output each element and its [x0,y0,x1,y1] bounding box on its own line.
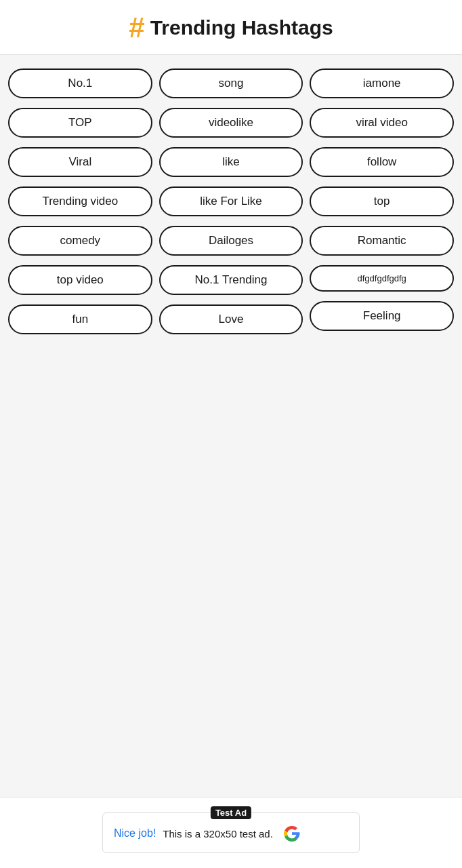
ad-banner-inner: Test Ad Nice job! This is a 320x50 test … [102,812,360,853]
tag-iamone[interactable]: iamone [310,68,454,98]
tag-viral-video[interactable]: viral video [310,108,454,138]
hash-icon: # [129,14,144,42]
page-title: Trending Hashtags [150,16,333,39]
tag-song[interactable]: song [159,68,303,98]
tag-like-for-like[interactable]: like For Like [159,186,303,216]
tag-love[interactable]: Love [159,304,303,334]
tag-fun[interactable]: fun [8,304,152,334]
tags-column-3: iamone viral video follow top Romantic d… [310,68,454,331]
tag-top2[interactable]: top [310,186,454,216]
tag-comedy[interactable]: comedy [8,226,152,256]
tag-viral[interactable]: Viral [8,147,152,177]
ad-badge: Test Ad [211,806,251,819]
tag-trending-video[interactable]: Trending video [8,186,152,216]
tags-content: No.1 TOP Viral Trending video comedy top… [0,55,462,797]
tag-dfgdfg[interactable]: dfgdfgdfgdfg [310,265,454,292]
ad-text: This is a 320x50 test ad. [163,828,273,840]
page-header: # Trending Hashtags [0,0,462,55]
tag-follow[interactable]: follow [310,147,454,177]
tags-column-2: song videolike like like For Like Dailog… [159,68,303,334]
ad-nice-job[interactable]: Nice job! [114,827,156,840]
tags-grid: No.1 TOP Viral Trending video comedy top… [8,68,454,334]
tag-like[interactable]: like [159,147,303,177]
tag-dailoges[interactable]: Dailoges [159,226,303,256]
tag-top[interactable]: TOP [8,108,152,138]
tag-videolike[interactable]: videolike [159,108,303,138]
tag-feeling[interactable]: Feeling [310,301,454,331]
ad-banner: Test Ad Nice job! This is a 320x50 test … [0,797,462,868]
tag-top-video[interactable]: top video [8,265,152,295]
google-icon [280,821,304,846]
tag-romantic[interactable]: Romantic [310,226,454,256]
tag-no1[interactable]: No.1 [8,68,152,98]
tag-no1-trending[interactable]: No.1 Trending [159,265,303,295]
tags-column-1: No.1 TOP Viral Trending video comedy top… [8,68,152,334]
